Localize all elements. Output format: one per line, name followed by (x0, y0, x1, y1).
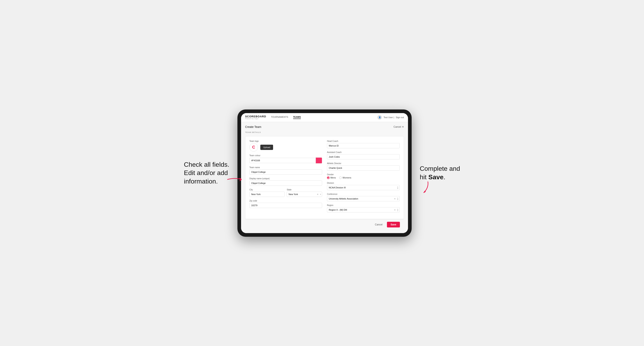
head-coach-group: Head Coach (327, 140, 400, 148)
zip-input[interactable] (250, 203, 322, 208)
team-name-label: Team name (250, 166, 322, 169)
left-annotation: Check all fields. Edit and/or add inform… (184, 161, 229, 186)
display-name-input[interactable] (250, 180, 322, 186)
sign-out-link[interactable]: Sign out (396, 116, 404, 119)
gender-group: Gender Mens Womens (327, 173, 400, 179)
conference-clear-icon[interactable]: ✕ (394, 197, 396, 200)
nav-teams[interactable]: TEAMS (293, 116, 301, 119)
conference-select[interactable]: University Athletic Association (327, 196, 400, 201)
team-name-input[interactable] (250, 169, 322, 174)
display-name-label: Display name (unique) (250, 177, 322, 180)
page-header: Create Team Cancel ✕ (245, 125, 404, 129)
mens-radio-dot (327, 176, 330, 179)
section-label: TEAM DETAILS (245, 131, 404, 133)
region-label: Region (327, 204, 400, 206)
gender-womens-radio[interactable]: Womens (339, 176, 351, 179)
form-right-column: Head Coach Assistant Coach Athletic Dire… (327, 140, 400, 215)
upload-button[interactable]: Upload (260, 145, 273, 150)
division-select[interactable]: NCAA Division III (327, 185, 400, 190)
user-label: Test User | (384, 116, 394, 119)
user-area: 👤 Test User | Sign out (378, 115, 404, 120)
display-name-group: Display name (unique) (250, 177, 322, 186)
athletic-director-label: Athletic Director (327, 162, 400, 165)
form-left-column: Team logo C Upload Team colo (250, 140, 322, 215)
assistant-coach-label: Assistant Coach (327, 151, 400, 153)
cancel-x-button[interactable]: Cancel ✕ (394, 126, 404, 128)
save-button[interactable]: Save (387, 222, 400, 227)
brand-sub: Powered by clippd (245, 118, 266, 120)
nav-tournaments[interactable]: TOURNAMENTS (271, 116, 288, 119)
gender-mens-radio[interactable]: Mens (327, 176, 336, 179)
state-label: State (287, 188, 322, 191)
colour-swatch[interactable] (316, 158, 322, 164)
athletic-director-group: Athletic Director (327, 162, 400, 171)
division-group: Division NCAA Division III ▲ ▼ (327, 182, 400, 190)
gender-label: Gender (327, 173, 400, 176)
division-label: Division (327, 182, 400, 184)
city-label: City (250, 188, 285, 191)
state-clear-icon[interactable]: ✕ (317, 193, 318, 195)
form-footer: Cancel Save (245, 219, 404, 230)
zip-group: Zip code (250, 200, 322, 208)
region-group: Region Region II - (M) DIII ✕ ▲ ▼ (327, 204, 400, 212)
region-select[interactable]: Region II - (M) DIII (327, 207, 400, 212)
page-title: Create Team (245, 125, 261, 129)
athletic-director-input[interactable] (327, 165, 400, 171)
zip-label: Zip code (250, 200, 322, 202)
team-colour-input[interactable] (250, 158, 316, 163)
assistant-coach-group: Assistant Coach (327, 151, 400, 160)
city-state-group: City State New York ✕ (250, 188, 322, 197)
head-coach-input[interactable] (327, 143, 400, 148)
main-content: Create Team Cancel ✕ TEAM DETAILS (241, 122, 408, 233)
assistant-coach-input[interactable] (327, 154, 400, 160)
head-coach-label: Head Coach (327, 140, 400, 142)
cancel-button[interactable]: Cancel (372, 222, 385, 227)
form-container: Team logo C Upload Team colo (245, 136, 404, 219)
team-colour-group: Team colour (250, 154, 322, 164)
team-colour-label: Team colour (250, 154, 322, 157)
brand-name: SCOREBOARD (245, 115, 266, 118)
state-group: State New York ✕ ▾ (287, 188, 322, 197)
region-clear-icon[interactable]: ✕ (394, 209, 396, 211)
city-input[interactable] (250, 192, 285, 197)
right-annotation: Complete and hit Save. (420, 165, 460, 181)
team-name-group: Team name (250, 166, 322, 174)
conference-label: Conference (327, 193, 400, 195)
team-logo-label: Team logo (250, 140, 322, 142)
team-logo-circle: C (250, 143, 258, 152)
close-icon: ✕ (402, 126, 404, 128)
city-group: City (250, 188, 285, 197)
womens-radio-dot (339, 176, 342, 179)
conference-group: Conference University Athletic Associati… (327, 193, 400, 201)
logo-area: C Upload (250, 143, 322, 152)
team-logo-group: Team logo C Upload (250, 140, 322, 152)
brand-logo: SCOREBOARD Powered by clippd (245, 115, 266, 120)
tablet-frame: SCOREBOARD Powered by clippd TOURNAMENTS… (238, 109, 412, 237)
user-avatar: 👤 (378, 115, 382, 120)
tablet-screen: SCOREBOARD Powered by clippd TOURNAMENTS… (241, 113, 408, 233)
main-nav: TOURNAMENTS TEAMS (271, 116, 301, 119)
navbar: SCOREBOARD Powered by clippd TOURNAMENTS… (241, 113, 408, 122)
